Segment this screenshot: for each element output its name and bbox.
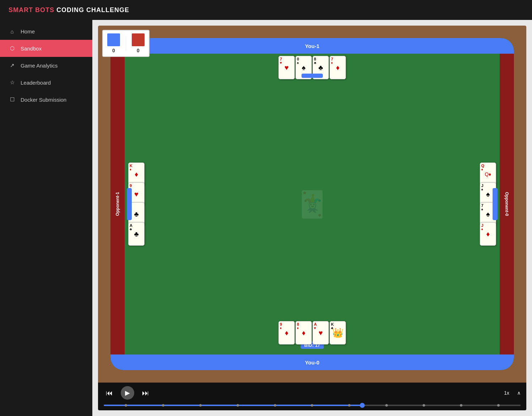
card-center: ♣: [318, 64, 323, 72]
cube-icon: ⬡: [9, 45, 16, 52]
card-bottom-2: A ♥ ♥: [313, 321, 329, 345]
card-bottom-3: K ♣ 👑: [330, 321, 346, 345]
top-progress-bar: [302, 74, 323, 78]
main-content: 0 0 You-1: [92, 20, 532, 416]
inner-table: You-1 You-0 Opponent-1 Opponent-0: [110, 38, 514, 370]
card-suit: ♣: [314, 61, 316, 65]
timeline[interactable]: [98, 403, 526, 410]
card-center: ♠: [302, 64, 306, 72]
top-player-banner: You-1: [110, 38, 514, 54]
card-bottom-0: 9 ♦ ♦: [278, 321, 295, 345]
card-bottom-1: 8 ♦ ♦: [295, 321, 312, 345]
brand: SMART BOTS CODING CHALLENGE: [9, 6, 129, 14]
bottom-player-banner: You-0: [110, 354, 514, 370]
red-team-color: [132, 33, 145, 46]
skip-forward-button[interactable]: ⏭: [140, 387, 151, 399]
chart-icon: ↗: [9, 62, 16, 69]
sidebar-item-docker[interactable]: ☐ Docker Submission: [0, 91, 92, 108]
card-right-3: J ♦ ♦: [480, 222, 496, 246]
card-suit: ♠: [297, 61, 299, 65]
card-center: ♦: [336, 64, 340, 72]
skip-back-button[interactable]: ⏮: [104, 387, 115, 399]
card-suit: ♦: [331, 61, 333, 65]
chevron-up-icon[interactable]: ∧: [517, 390, 521, 396]
sidebar-label-docker: Docker Submission: [21, 97, 66, 103]
score-red-value: 0: [137, 48, 140, 53]
sidebar-label-sandbox: Sandbox: [21, 46, 42, 52]
blue-team-color: [107, 33, 120, 46]
left-player-label: Opponent-1: [115, 192, 120, 216]
game-area: 0 0 You-1: [98, 26, 526, 383]
sidebar: ⌂ Home ⬡ Sandbox ↗ Game Analytics ☆ Lead…: [0, 20, 92, 416]
sidebar-label-leaderboard: Leaderboard: [21, 80, 51, 86]
score-divider: [126, 36, 126, 50]
left-player-band: Opponent-1: [110, 54, 125, 354]
card-top-3: 7 ♦ ♦: [330, 56, 346, 79]
card-suit: ♥: [280, 61, 282, 65]
card-left-3: A ♣ ♣: [128, 222, 145, 246]
top-player-label: You-1: [305, 43, 320, 49]
left-progress-bar: [127, 188, 132, 220]
brand-challenge: CODING CHALLENGE: [56, 6, 129, 14]
scoreboard: 0 0: [102, 30, 150, 57]
sidebar-item-leaderboard[interactable]: ☆ Leaderboard: [0, 74, 92, 91]
file-icon: ☐: [9, 96, 16, 103]
right-player-label: Opponent-0: [504, 192, 509, 216]
bottom-player-cards: 9 ♦ ♦ 8 ♦ ♦ A ♥: [278, 321, 346, 345]
score-blue-team: 0: [107, 33, 120, 53]
timeline-track[interactable]: [104, 405, 521, 406]
joker-watermark: 🃏: [296, 189, 328, 219]
sidebar-label-home: Home: [21, 28, 35, 34]
score-red-team: 0: [132, 33, 145, 53]
video-controls: ⏮ ▶ ⏭ 1x ∧: [98, 383, 526, 403]
star-icon: ☆: [9, 79, 16, 86]
card-top-0: 7 ♥ ♥: [278, 56, 295, 79]
sidebar-item-home[interactable]: ⌂ Home: [0, 23, 92, 40]
sidebar-item-analytics[interactable]: ↗ Game Analytics: [0, 57, 92, 74]
sidebar-item-sandbox[interactable]: ⬡ Sandbox: [0, 40, 92, 57]
sidebar-label-analytics: Game Analytics: [21, 63, 58, 69]
play-button[interactable]: ▶: [121, 386, 134, 400]
app-layout: ⌂ Home ⬡ Sandbox ↗ Game Analytics ☆ Lead…: [0, 20, 532, 416]
outer-table: 0 0 You-1: [98, 26, 526, 383]
score-blue-value: 0: [112, 48, 115, 53]
right-player-band: Opponent-0: [500, 54, 514, 354]
speed-label: 1x: [504, 390, 509, 396]
home-icon: ⌂: [9, 28, 16, 35]
right-progress-bar: [493, 188, 498, 220]
brand-smart-bots: SMART BOTS: [9, 6, 54, 14]
header: SMART BOTS CODING CHALLENGE: [0, 0, 532, 20]
bottom-player-label: You-0: [305, 359, 320, 366]
card-center: ♥: [284, 64, 289, 72]
game-container: 0 0 You-1: [98, 26, 526, 410]
